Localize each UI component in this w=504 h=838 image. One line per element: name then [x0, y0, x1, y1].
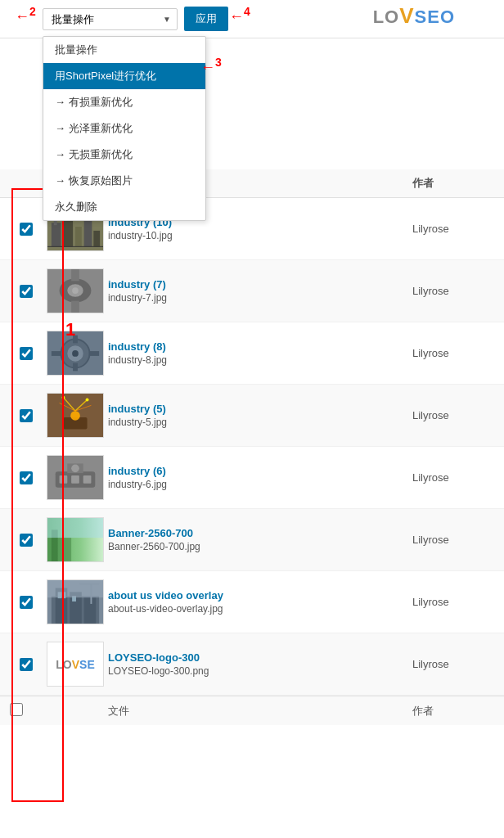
- bulk-action-select[interactable]: 批量操作 用ShortPixel进行优化 → 有损重新优化 → 光泽重新优化 →…: [43, 8, 178, 30]
- table-row: Banner-2560-700 Banner-2560-700.jpg Lily…: [0, 509, 504, 571]
- row3-title-col: industry (8) industry-8.jpg: [108, 340, 412, 366]
- table-row: industry (8) industry-8.jpg Lilyrose: [0, 322, 504, 385]
- logo-v: V: [399, 3, 414, 28]
- table-row: industry (5) industry-5.jpg Lilyrose: [0, 385, 504, 447]
- row2-checkbox-col: [10, 285, 43, 298]
- row5-title-col: industry (6) industry-6.jpg: [108, 465, 412, 490]
- svg-point-31: [86, 399, 89, 402]
- svg-rect-40: [47, 538, 71, 561]
- row6-filename: Banner-2560-700.jpg: [108, 541, 412, 552]
- row4-checkbox-col: [10, 409, 43, 422]
- row6-checkbox-col: [10, 534, 43, 547]
- svg-rect-20: [73, 363, 78, 372]
- row3-thumb-img: [47, 331, 104, 376]
- footer-checkbox[interactable]: [10, 703, 23, 716]
- row5-filename: industry-6.jpg: [108, 479, 412, 490]
- site-logo: LOVSEO: [373, 3, 455, 29]
- about-svg: [47, 579, 103, 624]
- annotation-2: ←2: [15, 5, 36, 25]
- row6-thumbnail: [43, 516, 108, 564]
- row5-thumb-img: [47, 455, 104, 500]
- row3-checkbox-col: [10, 347, 43, 360]
- svg-rect-51: [47, 580, 103, 597]
- bulk-action-dropdown-wrapper: 批量操作 用ShortPixel进行优化 → 有损重新优化 → 光泽重新优化 →…: [43, 8, 178, 30]
- header-bar: ←2 批量操作 用ShortPixel进行优化 → 有损重新优化 → 光泽重新优…: [0, 0, 504, 38]
- row2-thumbnail: [43, 267, 108, 315]
- svg-rect-19: [73, 336, 78, 344]
- footer-checkbox-col: [10, 703, 43, 719]
- row6-checkbox[interactable]: [20, 534, 33, 547]
- apply-button[interactable]: 应用: [184, 7, 228, 31]
- menu-item-bulk[interactable]: 批量操作: [43, 37, 205, 63]
- row8-title-col: LOYSEO-logo-300 LOYSEO-logo-300.png: [108, 651, 412, 677]
- svg-rect-3: [75, 227, 82, 246]
- svg-rect-14: [71, 301, 79, 313]
- row3-checkbox[interactable]: [20, 347, 33, 360]
- row4-title-col: industry (5) industry-5.jpg: [108, 403, 412, 428]
- svg-rect-34: [60, 475, 68, 484]
- svg-rect-21: [52, 351, 61, 356]
- footer-file-col: 文件: [108, 704, 412, 719]
- row4-title: industry (5): [108, 403, 412, 415]
- row6-title-col: Banner-2560-700 Banner-2560-700.jpg: [108, 527, 412, 552]
- industry-8-svg: [47, 331, 103, 376]
- table-row: industry (7) industry-7.jpg Lilyrose: [0, 260, 504, 322]
- menu-item-shortpixel[interactable]: 用ShortPixel进行优化: [43, 63, 205, 89]
- row2-thumb-img: [47, 268, 104, 313]
- row7-thumbnail: [43, 578, 108, 626]
- menu-item-restore[interactable]: → 恢复原始图片: [43, 168, 205, 194]
- row3-author: Lilyrose: [412, 347, 494, 359]
- row4-thumbnail: [43, 391, 108, 439]
- footer-author-col: 作者: [412, 704, 494, 719]
- svg-rect-1: [52, 223, 61, 246]
- row6-thumb-img: [47, 517, 104, 562]
- menu-item-glossy[interactable]: → 光泽重新优化: [43, 115, 205, 142]
- row2-title: industry (7): [108, 278, 412, 291]
- svg-point-25: [70, 411, 80, 421]
- logo-lo: LO: [373, 7, 400, 27]
- row6-author: Lilyrose: [412, 534, 494, 546]
- svg-rect-4: [84, 219, 92, 246]
- svg-rect-5: [93, 231, 100, 246]
- svg-rect-13: [71, 269, 79, 282]
- row5-checkbox-col: [10, 471, 43, 484]
- row8-thumb-img: LOVSE: [47, 642, 104, 687]
- row8-author: Lilyrose: [412, 658, 494, 670]
- row6-title: Banner-2560-700: [108, 527, 412, 539]
- row5-checkbox[interactable]: [20, 471, 33, 484]
- svg-rect-42: [47, 518, 103, 538]
- row3-thumbnail: [43, 329, 108, 377]
- row8-checkbox[interactable]: [20, 658, 33, 671]
- table-row: industry (6) industry-6.jpg Lilyrose: [0, 447, 504, 509]
- row7-thumb-img: [47, 579, 104, 624]
- menu-item-delete[interactable]: 永久删除: [43, 194, 205, 220]
- row7-checkbox[interactable]: [20, 596, 33, 609]
- row5-author: Lilyrose: [412, 471, 494, 484]
- logo-lo-thumb: LO: [56, 658, 71, 671]
- menu-item-lossless[interactable]: → 无损重新优化: [43, 142, 205, 168]
- row5-title: industry (6): [108, 465, 412, 477]
- row3-filename: industry-8.jpg: [108, 354, 412, 366]
- svg-point-38: [71, 464, 79, 472]
- table-row: about us video overlay about-us-video-ov…: [0, 571, 504, 633]
- svg-rect-35: [71, 475, 79, 484]
- banner-svg: [47, 517, 103, 562]
- row1-checkbox-col: [10, 223, 43, 236]
- row8-title: LOYSEO-logo-300: [108, 651, 412, 664]
- row4-checkbox[interactable]: [20, 409, 33, 422]
- svg-rect-22: [89, 351, 99, 356]
- logo-v-thumb: V: [72, 658, 79, 671]
- table-row: LOVSE LOYSEO-logo-300 LOYSEO-logo-300.pn…: [0, 633, 504, 696]
- row4-filename: industry-5.jpg: [108, 417, 412, 428]
- row7-author: Lilyrose: [412, 596, 494, 608]
- row1-checkbox[interactable]: [20, 223, 33, 236]
- annotation-4: ←4: [229, 5, 250, 25]
- row8-checkbox-col: [10, 658, 43, 671]
- row7-title: about us video overlay: [108, 589, 412, 601]
- row7-title-col: about us video overlay about-us-video-ov…: [108, 589, 412, 615]
- svg-rect-47: [84, 597, 97, 624]
- menu-item-lossy[interactable]: → 有损重新优化: [43, 89, 205, 115]
- row2-checkbox[interactable]: [20, 285, 33, 298]
- row1-filename: industry-10.jpg: [108, 230, 412, 241]
- industry-5-svg: [47, 393, 103, 438]
